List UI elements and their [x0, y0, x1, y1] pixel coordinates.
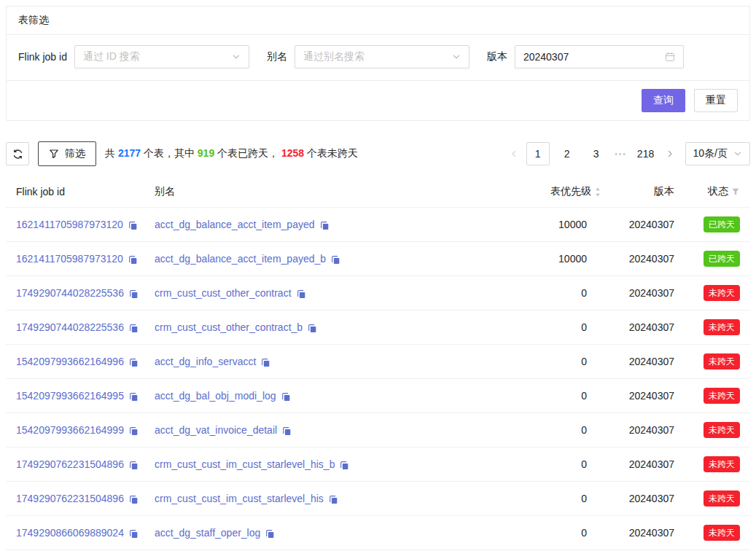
version-value: 20240307	[607, 310, 680, 345]
status-badge: 已跨天	[704, 216, 740, 232]
flink-job-id-link[interactable]: 1621411705987973120	[16, 253, 123, 265]
chevron-left-icon	[510, 149, 518, 158]
flink-job-id-placeholder: 通过 ID 搜索	[83, 50, 140, 63]
alias-link[interactable]: crm_cust_cust_other_contract_b	[155, 321, 303, 333]
priority-value: 0	[520, 447, 607, 482]
copy-icon[interactable]	[297, 287, 306, 299]
chevron-right-icon	[666, 149, 674, 158]
alias-select[interactable]: 通过别名搜索	[295, 45, 469, 69]
page-button-1[interactable]: 1	[526, 142, 550, 165]
column-header-priority[interactable]: 表优先级	[520, 176, 607, 208]
copy-icon[interactable]	[129, 458, 139, 470]
priority-value: 0	[520, 345, 607, 379]
flink-job-id-field: Flink job id 通过 ID 搜索	[18, 45, 249, 69]
priority-value: 0	[520, 516, 607, 550]
version-value: 20240307	[607, 242, 680, 276]
status-badge: 已跨天	[704, 251, 740, 267]
status-badge: 未跨天	[704, 353, 740, 370]
alias-link[interactable]: crm_cust_cust_other_contract	[155, 287, 292, 299]
sort-icon[interactable]	[594, 187, 601, 198]
page-button-2[interactable]: 2	[556, 142, 579, 165]
prev-page-button[interactable]	[504, 142, 523, 165]
copy-icon[interactable]	[331, 253, 340, 265]
flink-job-id-link[interactable]: 1749290744028225536	[16, 321, 124, 333]
copy-icon[interactable]	[329, 493, 338, 504]
alias-link[interactable]: acct_dg_info_servacct	[155, 356, 256, 367]
copy-icon[interactable]	[129, 287, 139, 299]
filter-actions: 查询 重置	[7, 81, 749, 120]
page: 表筛选 Flink job id 通过 ID 搜索 别名 通过别名搜索 版本	[0, 6, 756, 559]
page-ellipsis[interactable]: •••	[611, 150, 631, 158]
table-row: 1749290762231504896 crm_cust_cust_im_cus…	[6, 482, 750, 516]
next-page-button[interactable]	[660, 142, 679, 165]
copy-icon[interactable]	[281, 390, 291, 402]
flink-job-id-link[interactable]: 1749290866069889024	[16, 527, 124, 539]
not-crossed-count: 1258	[281, 147, 304, 159]
alias-link[interactable]: acct_dg_balance_acct_item_payed_b	[155, 253, 326, 265]
column-header-flink-job-id: Flink job id	[6, 176, 149, 208]
alias-link[interactable]: acct_dg_bal_obj_modi_log	[155, 390, 276, 402]
alias-field: 别名 通过别名搜索	[267, 45, 469, 69]
page-size-value: 10条/页	[693, 147, 728, 160]
status-badge: 未跨天	[704, 525, 740, 541]
flink-job-id-link[interactable]: 1749290744028225536	[16, 287, 124, 299]
copy-icon[interactable]	[265, 527, 275, 539]
status-badge: 未跨天	[704, 388, 740, 404]
flink-job-id-link[interactable]: 1749290762231504896	[16, 493, 124, 504]
filter-row: Flink job id 通过 ID 搜索 别名 通过别名搜索 版本 20240…	[7, 35, 749, 81]
status-badge: 未跨天	[704, 285, 740, 301]
version-value: 20240307	[607, 413, 680, 447]
alias-link[interactable]: acct_dg_balance_acct_item_payed	[155, 219, 315, 230]
page-button-3[interactable]: 3	[585, 142, 608, 165]
query-button[interactable]: 查询	[642, 89, 685, 112]
chevron-down-icon	[733, 149, 742, 158]
priority-value: 0	[520, 482, 607, 516]
reset-button[interactable]: 重置	[694, 89, 738, 112]
version-value: 20240307	[607, 482, 680, 516]
priority-value: 0	[520, 413, 607, 447]
version-date-input[interactable]: 20240307	[515, 45, 684, 69]
version-value: 20240307	[607, 345, 680, 379]
copy-icon[interactable]	[340, 458, 349, 470]
calendar-icon	[665, 52, 675, 62]
flink-job-id-select[interactable]: 通过 ID 搜索	[74, 45, 249, 69]
page-button-last[interactable]: 218	[634, 142, 658, 165]
copy-icon[interactable]	[261, 356, 270, 367]
filter-toggle-label: 筛选	[65, 147, 85, 160]
chevron-down-icon	[232, 52, 241, 61]
alias-link[interactable]: acct_dg_vat_invoice_detail	[155, 424, 277, 436]
flink-job-id-link[interactable]: 1542097993662164999	[16, 424, 124, 436]
copy-icon[interactable]	[129, 390, 139, 402]
alias-placeholder: 通过别名搜索	[303, 50, 365, 63]
alias-link[interactable]: acct_dg_staff_oper_log	[155, 527, 260, 539]
filter-toggle-button[interactable]: 筛选	[38, 141, 96, 166]
copy-icon[interactable]	[128, 253, 138, 265]
copy-icon[interactable]	[308, 321, 317, 333]
flink-job-id-link[interactable]: 1749290762231504896	[16, 458, 124, 470]
status-badge: 未跨天	[704, 456, 740, 472]
alias-link[interactable]: crm_cust_cust_im_cust_starlevel_his	[155, 493, 324, 504]
flink-job-id-link[interactable]: 1542097993662164995	[16, 390, 124, 402]
chevron-down-icon	[452, 52, 461, 61]
copy-icon[interactable]	[128, 219, 138, 230]
priority-value: 0	[520, 310, 607, 345]
priority-value: 10000	[520, 242, 607, 276]
filter-funnel-icon[interactable]	[731, 187, 740, 196]
flink-job-id-link[interactable]: 1621411705987973120	[16, 219, 123, 230]
table-row: 1749290762231504896 crm_cust_cust_im_cus…	[6, 447, 750, 482]
alias-label: 别名	[267, 50, 287, 63]
refresh-button[interactable]	[6, 142, 29, 165]
copy-icon[interactable]	[129, 527, 139, 539]
copy-icon[interactable]	[129, 493, 139, 504]
copy-icon[interactable]	[320, 219, 330, 230]
version-value: 20240307	[607, 516, 680, 550]
status-badge: 未跨天	[704, 422, 740, 438]
page-size-select[interactable]: 10条/页	[685, 142, 750, 165]
flink-job-id-link[interactable]: 1542097993662164996	[16, 356, 124, 367]
table-row: 1542097993662164996 acct_dg_info_servacc…	[6, 345, 750, 379]
copy-icon[interactable]	[129, 424, 139, 436]
copy-icon[interactable]	[282, 424, 292, 436]
alias-link[interactable]: crm_cust_cust_im_cust_starlevel_his_b	[155, 458, 335, 470]
copy-icon[interactable]	[129, 356, 139, 367]
copy-icon[interactable]	[129, 321, 139, 333]
